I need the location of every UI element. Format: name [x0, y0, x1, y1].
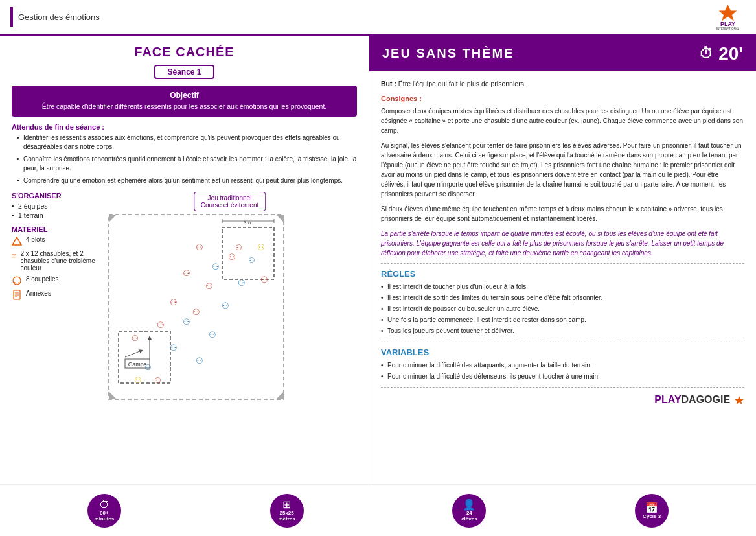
footer-time-line2: minutes: [95, 516, 115, 522]
divider-2: [381, 342, 744, 342]
main-content: FACE CACHÉE Séance 1 Objectif Être capab…: [0, 36, 756, 484]
consignes-p1: Composer deux équipes mixtes équilibrées…: [381, 106, 744, 135]
footer-size-line2: mètres: [279, 516, 295, 522]
svg-text:⚇: ⚇: [209, 330, 216, 340]
but-section: But : Être l'équipe qui fait le plus de …: [381, 79, 744, 89]
terrain-area: Jeu traditionnel Course et évitement: [102, 192, 357, 407]
materiel-text-coupelles: 8 coupelles: [26, 275, 59, 283]
svg-text:⚇: ⚇: [196, 242, 203, 252]
organiser-title: S'ORGANISER: [12, 192, 96, 200]
svg-marker-14: [109, 391, 117, 399]
footer-item-cycle: 📅 Cycle 3: [635, 494, 669, 528]
organiser-list: 2 équipes 1 terrain: [12, 202, 96, 219]
grid-icon: ⊞: [282, 498, 291, 511]
footer-eleves-line2: élèves: [461, 516, 477, 522]
list-item: Identifier les ressentis associés aux ém…: [17, 134, 357, 152]
attendus-list: Identifier les ressentis associés aux ém…: [12, 134, 357, 186]
objectif-text: Être capable d'identifier différents res…: [19, 102, 349, 111]
svg-marker-12: [109, 215, 117, 222]
page-title: FACE CACHÉE: [12, 45, 357, 60]
svg-marker-15: [276, 391, 284, 399]
document-icon: [12, 290, 22, 300]
materiel-section: MATÉRIEL 4 plots 1 2 x 12 chasubles, et …: [12, 226, 96, 300]
variables-title: VARIABLES: [381, 347, 744, 357]
right-panel: JEU SANS THÈME ⏱ 20' But : Être l'équipe…: [369, 36, 756, 484]
materiel-item-coupelles: 8 coupelles: [12, 275, 96, 286]
top-bar-left: Gestion des émotions: [10, 7, 100, 27]
consignes-section: Consignes : Composer deux équipes mixtes…: [381, 95, 744, 258]
but-label: But :: [381, 80, 396, 87]
materiel-item-annexes: Annexes: [12, 290, 96, 300]
svg-text:⚇: ⚇: [144, 363, 152, 372]
svg-text:⚇: ⚇: [205, 281, 213, 291]
svg-text:⚇: ⚇: [222, 301, 229, 310]
svg-text:⚇: ⚇: [183, 268, 190, 278]
svg-text:3m: 3m: [244, 220, 251, 226]
calendar-icon: 📅: [645, 502, 658, 514]
list-item: Pour diminuer la difficulté des attaquan…: [381, 360, 744, 371]
list-item: 1 terrain: [12, 211, 96, 219]
but-text: Être l'équipe qui fait le plus de prison…: [398, 80, 526, 87]
footer-item-eleves: 👤 24 élèves: [452, 494, 486, 528]
footer-size-text: 25x25 mètres: [279, 511, 295, 522]
footer-cycle-text: Cycle 3: [643, 514, 661, 520]
consignes-p4: La partie s'arrête lorsque le temps impa…: [381, 229, 744, 258]
list-item: Il est interdit de sortir des limites du…: [381, 293, 744, 303]
svg-text:⚇: ⚇: [248, 256, 255, 265]
jeu-sub: Course et évitement: [201, 202, 259, 209]
consignes-title: Consignes :: [381, 95, 744, 102]
svg-text:⚇: ⚇: [235, 243, 242, 252]
attendus-title: Attendus de fin de séance :: [12, 123, 357, 131]
materiel-text-annexes: Annexes: [26, 290, 51, 297]
list-item: Connaître les émotions rencontrées quoti…: [17, 155, 357, 174]
footer-circle-cycle: 📅 Cycle 3: [635, 494, 669, 528]
bottom-left-section: S'ORGANISER 2 équipes 1 terrain MATÉRIEL…: [12, 192, 357, 407]
consignes-p2: Au signal, les élèves s'élancent pour te…: [381, 141, 744, 199]
divider-3: [381, 387, 744, 388]
footer-eleves-text: 24 élèves: [461, 511, 477, 522]
right-content: But : Être l'équipe qui fait le plus de …: [369, 71, 756, 484]
list-item: Une fois la partie commencée, il est int…: [381, 315, 744, 325]
objectif-title: Objectif: [19, 91, 349, 100]
svg-marker-48: [735, 396, 744, 404]
svg-text:⚇: ⚇: [212, 262, 220, 272]
materiel-text-chasubles: 2 x 12 chasubles, et 2 chasubles d'une t…: [20, 250, 96, 272]
objectif-box: Objectif Être capable d'identifier diffé…: [12, 86, 357, 117]
logo-area: PLAY INTERNATIONAL: [710, 4, 746, 30]
svg-text:⚇: ⚇: [260, 275, 268, 285]
jeu-label: Jeu traditionnel: [201, 194, 259, 202]
right-header-title: JEU SANS THÈME: [382, 46, 514, 61]
playdagogie-logo-icon: [734, 395, 744, 406]
organiser-materiel: S'ORGANISER 2 équipes 1 terrain MATÉRIEL…: [12, 192, 96, 407]
footer-eleves-line1: 24: [466, 510, 472, 516]
right-header-time: ⏱ 20': [699, 43, 743, 64]
regles-title: RÈGLES: [381, 269, 744, 279]
svg-text:⚇: ⚇: [154, 376, 161, 385]
top-bar-accent: [10, 7, 13, 27]
svg-text:PLAY: PLAY: [720, 21, 735, 27]
seance-container: Séance 1: [12, 65, 357, 79]
regles-section: RÈGLES Il est interdit de toucher plus d…: [381, 269, 744, 336]
footer-time-text: 60+ minutes: [95, 511, 115, 522]
seance-badge: Séance 1: [154, 65, 214, 79]
svg-text:⚇: ⚇: [134, 375, 142, 385]
time-value: 20': [718, 43, 743, 64]
footer-icons: ⏱ 60+ minutes ⊞ 25x25 mètres 👤 24 élèves…: [0, 484, 756, 536]
person-icon: 👤: [463, 498, 475, 511]
regles-list: Il est interdit de toucher plus d'un jou…: [381, 282, 744, 336]
svg-text:⚇: ⚇: [157, 320, 165, 330]
svg-marker-3: [12, 237, 21, 245]
svg-text:⚇: ⚇: [192, 307, 200, 317]
svg-text:⚇: ⚇: [257, 242, 265, 252]
svg-text:1: 1: [14, 254, 15, 257]
footer-size-line1: 25x25: [280, 510, 294, 516]
dagogie-text: DAGOGIE: [682, 394, 731, 405]
shirt-icon: 1: [12, 250, 16, 261]
play-text: PLAY: [654, 394, 681, 405]
svg-text:INTERNATIONAL: INTERNATIONAL: [716, 27, 740, 30]
field-svg: Camps 3m ⚇: [102, 211, 290, 406]
variables-list: Pour diminuer la difficulté des attaquan…: [381, 360, 744, 382]
play-international-logo: PLAY INTERNATIONAL: [710, 4, 746, 30]
list-item: Pour diminuer la difficulté des défenseu…: [381, 371, 744, 382]
list-item: 2 équipes: [12, 202, 96, 210]
